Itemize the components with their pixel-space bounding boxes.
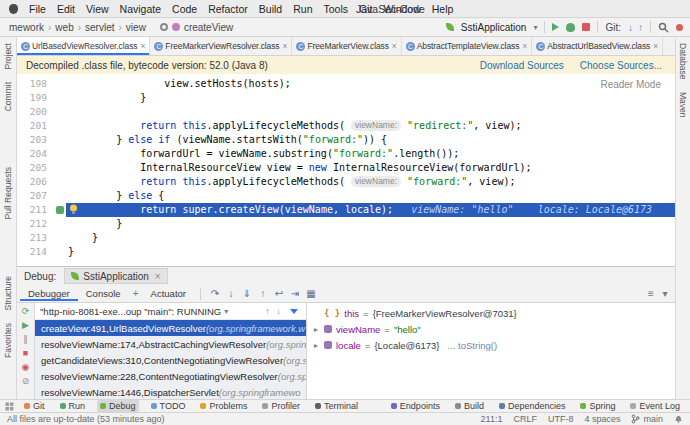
- code-line[interactable]: 200: [17, 105, 675, 119]
- variable-row[interactable]: ▸locale = {Locale@6173}... toString(): [307, 337, 675, 353]
- tool-button-maven[interactable]: Maven: [678, 92, 688, 118]
- step-over-icon[interactable]: ↷: [207, 288, 223, 299]
- tab-close-icon[interactable]: ×: [140, 41, 145, 51]
- run-button[interactable]: [552, 23, 559, 31]
- tool-window-button-todo[interactable]: TODO: [148, 400, 189, 412]
- layout-settings-icon[interactable]: ≡: [644, 288, 658, 299]
- mute-breakpoints-icon[interactable]: ⊘: [22, 375, 30, 388]
- code-line[interactable]: 201 return this.applyLifecycleMethods( v…: [17, 119, 675, 133]
- tab-close-icon[interactable]: ×: [653, 41, 658, 51]
- evaluate-expression-icon[interactable]: ▦: [303, 288, 319, 299]
- code-line[interactable]: 206 return this.applyLifecycleMethods( v…: [17, 175, 675, 189]
- stack-frame[interactable]: getCandidateViews:310, ContentNegotiatin…: [35, 352, 306, 368]
- menu-item-view[interactable]: View: [86, 3, 109, 15]
- hide-panel-icon[interactable]: ▾: [658, 288, 672, 299]
- tab-close-icon[interactable]: ×: [392, 41, 397, 51]
- breadcrumb-method[interactable]: createView: [184, 22, 233, 33]
- tool-window-button-terminal[interactable]: Terminal: [312, 400, 361, 412]
- code-line[interactable]: 214}: [17, 245, 675, 259]
- editor-tab-urlbasedviewresolver-class[interactable]: CUrlBasedViewResolver.class×: [17, 37, 150, 55]
- close-icon[interactable]: ×: [155, 271, 161, 282]
- expand-arrow-icon[interactable]: ▸: [312, 325, 320, 334]
- caret-position[interactable]: 211:1: [481, 414, 503, 424]
- update-project-icon[interactable]: ↓: [628, 22, 633, 33]
- breadcrumb-item[interactable]: web: [53, 22, 75, 33]
- notifications-bell-icon[interactable]: [674, 415, 683, 424]
- stack-frame[interactable]: resolveViewName:1446, DispatcherServlet …: [35, 384, 306, 400]
- tab-close-icon[interactable]: ×: [283, 41, 288, 51]
- code-line[interactable]: 198 view.setHosts(hosts);: [17, 77, 675, 91]
- menu-item-code[interactable]: Code: [172, 3, 197, 15]
- tab-close-icon[interactable]: ×: [522, 41, 527, 51]
- code-line[interactable]: 207 } else {: [17, 189, 675, 203]
- stop-button[interactable]: [582, 23, 590, 31]
- pause-icon[interactable]: ∥: [23, 333, 28, 346]
- download-sources-link[interactable]: Download Sources: [480, 60, 564, 71]
- tool-window-button-problems[interactable]: Problems: [197, 400, 250, 412]
- view-breakpoints-icon[interactable]: ◉: [22, 361, 30, 374]
- run-to-cursor-icon[interactable]: ⇥: [287, 288, 303, 299]
- debug-tab-console[interactable]: Console: [78, 286, 129, 301]
- tool-window-button-git[interactable]: Git: [21, 400, 48, 412]
- force-step-into-icon[interactable]: ⇓: [239, 288, 255, 299]
- tool-window-button-event-log[interactable]: Event Log: [627, 400, 683, 412]
- code-line[interactable]: 212 }: [17, 217, 675, 231]
- stack-frame[interactable]: resolveViewName:174, AbstractCachingView…: [35, 336, 306, 352]
- step-into-icon[interactable]: ↓: [223, 288, 239, 299]
- breadcrumb-item[interactable]: mework: [7, 22, 46, 33]
- debug-session-tab[interactable]: SstiApplication ×: [64, 268, 167, 284]
- push-icon[interactable]: ↑: [638, 22, 643, 33]
- code-editor[interactable]: Reader Mode 198 view.setHosts(hosts);199…: [17, 74, 675, 266]
- debug-tab-actuator[interactable]: Actuator: [143, 286, 194, 301]
- stack-frame[interactable]: resolveViewName:228, ContentNegotiatingV…: [35, 368, 306, 384]
- menu-item-run[interactable]: Run: [293, 3, 312, 15]
- code-line[interactable]: 213 }: [17, 231, 675, 245]
- frame-up-icon[interactable]: ↑: [262, 306, 273, 316]
- run-configuration-select[interactable]: SstiApplication: [461, 22, 527, 33]
- tool-window-switcher-icon[interactable]: [5, 402, 14, 411]
- editor-tab-abstracturlbasedview-class[interactable]: CAbstractUrlBasedView.class×: [532, 37, 663, 55]
- menu-item-navigate[interactable]: Navigate: [120, 3, 161, 15]
- tool-button-favorites[interactable]: Favorites: [3, 323, 13, 358]
- editor-tab-freemarkerview-class[interactable]: CFreeMarkerView.class×: [292, 37, 401, 55]
- code-line[interactable]: 204 forwardUrl = viewName.substring("for…: [17, 147, 675, 161]
- tool-window-button-profiler[interactable]: Profiler: [259, 400, 303, 412]
- step-out-icon[interactable]: ↑: [255, 288, 271, 299]
- editor-tab-abstracttemplateview-class[interactable]: CAbstractTemplateView.class×: [402, 37, 532, 55]
- code-line[interactable]: 205 InternalResourceView view = new Inte…: [17, 161, 675, 175]
- gear-icon[interactable]: [160, 23, 168, 31]
- chevron-down-icon[interactable]: ▾: [533, 23, 537, 32]
- debug-button[interactable]: [566, 23, 575, 32]
- menu-item-refactor[interactable]: Refactor: [208, 3, 248, 15]
- expand-arrow-icon[interactable]: ▸: [312, 341, 320, 350]
- filter-icon[interactable]: [290, 309, 298, 314]
- menu-item-edit[interactable]: Edit: [57, 3, 75, 15]
- menu-item-help[interactable]: Help: [432, 3, 454, 15]
- menu-item-file[interactable]: File: [29, 3, 46, 15]
- git-branch-widget[interactable]: main: [631, 414, 663, 424]
- stop-icon[interactable]: ■: [23, 347, 28, 360]
- tool-button-database[interactable]: Database: [678, 43, 688, 79]
- encoding-widget[interactable]: UTF-8: [548, 414, 574, 424]
- variable-row[interactable]: { }this = {FreeMarkerViewResolver@7031}: [307, 305, 675, 321]
- tool-window-button-spring[interactable]: Spring: [577, 400, 618, 412]
- thread-selector[interactable]: "http-nio-8081-exe...oup "main": RUNNING…: [35, 303, 306, 320]
- menu-item-build[interactable]: Build: [259, 3, 282, 15]
- stack-frame[interactable]: createView:491, UrlBasedViewResolver (or…: [35, 320, 306, 336]
- debug-tab-debugger[interactable]: Debugger: [20, 286, 78, 301]
- breadcrumb-item[interactable]: view: [124, 22, 148, 33]
- tostring-link[interactable]: ... toString(): [448, 340, 498, 351]
- tool-button-pull-requests[interactable]: Pull Requests: [3, 167, 13, 219]
- resume-icon[interactable]: ▶: [22, 319, 29, 332]
- tool-button-project[interactable]: Project: [3, 43, 13, 69]
- code-line[interactable]: 199 }: [17, 91, 675, 105]
- tool-button-structure[interactable]: Structure: [3, 276, 13, 311]
- tool-window-button-debug[interactable]: Debug: [97, 400, 139, 412]
- search-icon[interactable]: [658, 22, 669, 33]
- drop-frame-icon[interactable]: ↩: [271, 288, 287, 299]
- tool-window-button-dependencies[interactable]: Dependencies: [496, 400, 569, 412]
- code-line[interactable]: 203 } else if (viewName.startsWith("forw…: [17, 133, 675, 147]
- tool-window-button-run[interactable]: Run: [57, 400, 89, 412]
- tool-window-button-build[interactable]: Build: [452, 400, 487, 412]
- frame-down-icon[interactable]: ↓: [273, 306, 284, 316]
